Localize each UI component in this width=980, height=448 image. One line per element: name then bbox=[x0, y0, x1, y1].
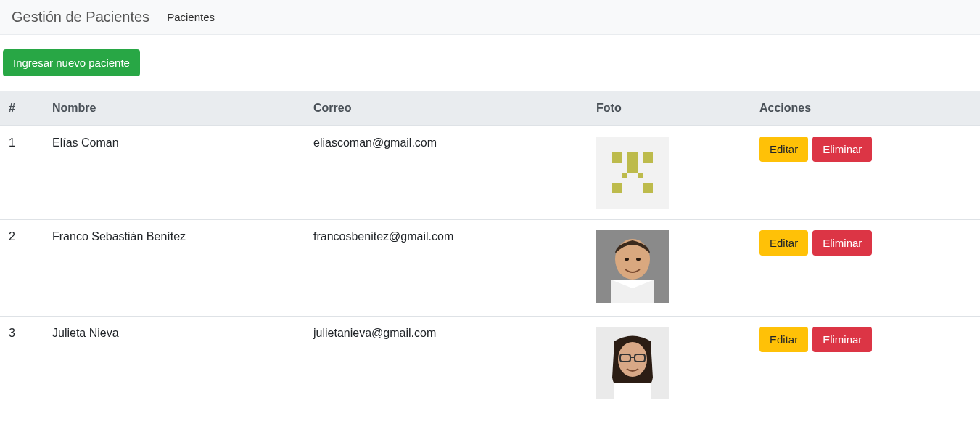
svg-point-9 bbox=[615, 239, 650, 280]
svg-rect-1 bbox=[627, 152, 638, 163]
cell-actions: EditarEliminar bbox=[751, 220, 980, 317]
patient-photo bbox=[596, 137, 669, 209]
cell-index: 2 bbox=[0, 220, 44, 317]
cell-name: Franco Sebastián Benítez bbox=[44, 220, 305, 317]
main-container: Ingresar nuevo paciente # Nombre Correo … bbox=[0, 35, 980, 412]
cell-index: 3 bbox=[0, 317, 44, 413]
svg-rect-6 bbox=[612, 183, 622, 193]
header-name: Nombre bbox=[44, 91, 305, 126]
patient-photo bbox=[596, 327, 669, 399]
navbar-brand[interactable]: Gestión de Pacientes bbox=[12, 9, 149, 25]
cell-name: Julieta Nieva bbox=[44, 317, 305, 413]
delete-button[interactable]: Eliminar bbox=[812, 230, 872, 256]
table-header-row: # Nombre Correo Foto Acciones bbox=[0, 91, 980, 126]
navbar: Gestión de Pacientes Pacientes bbox=[0, 0, 980, 35]
patients-table: # Nombre Correo Foto Acciones 1Elías Com… bbox=[0, 91, 980, 412]
cell-email: eliascoman@gmail.com bbox=[305, 126, 588, 220]
cell-actions: EditarEliminar bbox=[751, 317, 980, 413]
header-email: Correo bbox=[305, 91, 588, 126]
header-index: # bbox=[0, 91, 44, 126]
header-photo: Foto bbox=[588, 91, 751, 126]
new-patient-button[interactable]: Ingresar nuevo paciente bbox=[3, 49, 140, 76]
svg-rect-7 bbox=[643, 183, 653, 193]
edit-button[interactable]: Editar bbox=[759, 137, 808, 162]
svg-rect-3 bbox=[627, 163, 638, 173]
svg-rect-4 bbox=[622, 173, 627, 178]
cell-name: Elías Coman bbox=[44, 126, 305, 220]
identicon-icon bbox=[607, 147, 658, 198]
avatar-icon bbox=[596, 327, 669, 399]
cell-photo bbox=[588, 126, 751, 220]
table-row: 1Elías Comaneliascoman@gmail.comEditarEl… bbox=[0, 126, 980, 220]
svg-rect-18 bbox=[614, 383, 651, 399]
table-row: 2Franco Sebastián Benítezfrancosbenitez@… bbox=[0, 220, 980, 317]
navbar-link-pacientes[interactable]: Pacientes bbox=[167, 11, 215, 23]
header-actions: Acciones bbox=[751, 91, 980, 126]
svg-rect-0 bbox=[612, 152, 622, 163]
cell-email: francosbenitez@gmail.com bbox=[305, 220, 588, 317]
table-row: 3Julieta Nievajulietanieva@gmail.comEdit… bbox=[0, 317, 980, 413]
cell-actions: EditarEliminar bbox=[751, 126, 980, 220]
delete-button[interactable]: Eliminar bbox=[812, 327, 872, 352]
svg-point-10 bbox=[625, 258, 629, 261]
edit-button[interactable]: Editar bbox=[759, 230, 808, 256]
svg-rect-2 bbox=[643, 152, 653, 163]
delete-button[interactable]: Eliminar bbox=[812, 137, 872, 162]
edit-button[interactable]: Editar bbox=[759, 327, 808, 352]
svg-rect-5 bbox=[638, 173, 643, 178]
patient-photo bbox=[596, 230, 669, 303]
cell-photo bbox=[588, 220, 751, 317]
avatar-icon bbox=[596, 230, 669, 303]
svg-point-11 bbox=[636, 258, 641, 261]
cell-photo bbox=[588, 317, 751, 413]
cell-email: julietanieva@gmail.com bbox=[305, 317, 588, 413]
cell-index: 1 bbox=[0, 126, 44, 220]
